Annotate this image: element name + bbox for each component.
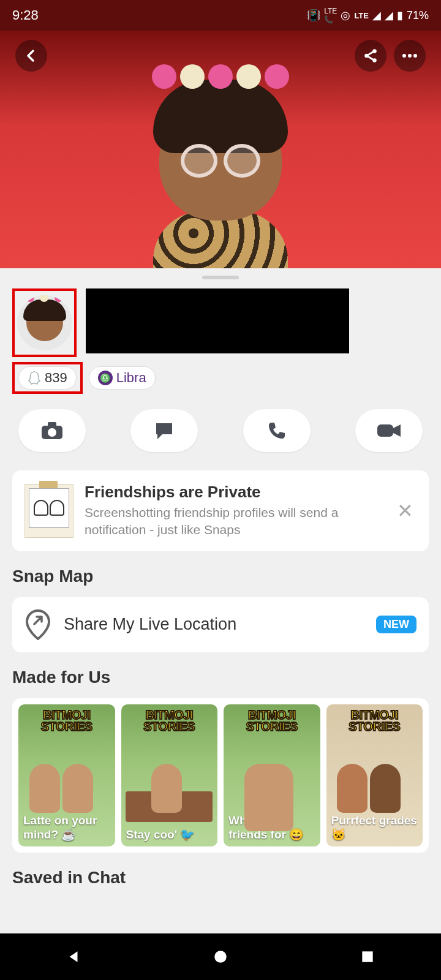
nav-back-icon[interactable] [66,949,81,965]
svg-point-3 [402,54,406,58]
snapscore-highlighted[interactable]: 839 [12,362,83,394]
hotspot-icon: ◎ [341,9,350,22]
bitmoji-stories-logo: BITMOJI STORIES [126,709,213,733]
saved-in-chat-title: Saved in Chat [12,868,429,888]
nav-recent-icon[interactable] [360,949,375,965]
polaroid-icon [24,484,74,538]
share-location-label: Share My Live Location [64,615,364,634]
status-bar: 9:28 📳 LTE📞 ◎ LTE ◢ ◢ ▮ 71% [0,0,441,31]
svg-rect-9 [377,424,393,437]
more-button[interactable] [394,40,426,72]
volte-icon: LTE📞 [324,7,337,24]
share-button[interactable] [355,40,386,72]
snapmap-section-title: Snap Map [12,567,429,586]
signal-icon: ◢ [372,9,381,22]
call-button[interactable] [243,409,311,452]
battery-icon: ▮ [397,9,403,22]
bitmoji-stories-row: BITMOJI STORIES Latte on your mind? ☕ BI… [12,698,429,853]
privacy-title: Friendships are Private [85,483,383,502]
story-item-1[interactable]: BITMOJI STORIES Latte on your mind? ☕ [18,704,115,846]
share-location-card[interactable]: Share My Live Location NEW [12,597,429,652]
svg-rect-7 [48,422,56,427]
privacy-notice-card: Friendships are Private Screenshotting f… [12,470,429,551]
android-nav-bar [0,933,441,980]
libra-icon: ♎ [98,371,113,385]
lte-icon: LTE [354,11,369,20]
zodiac-label: Libra [116,370,146,386]
story-item-3[interactable]: BITMOJI STORIES What are friends for 😄 [224,704,320,846]
svg-point-10 [214,951,227,963]
story-item-2[interactable]: BITMOJI STORIES Stay coo' 🐦 [121,704,218,846]
snapscore-value: 839 [45,370,67,386]
svg-point-8 [48,428,56,437]
svg-point-4 [408,54,412,58]
privacy-subtitle: Screenshotting friendship profiles will … [85,504,383,539]
vibrate-icon: 📳 [307,9,320,22]
username-redacted [86,288,349,353]
svg-rect-11 [362,951,372,962]
video-button[interactable] [355,409,423,452]
signal-icon-2: ◢ [385,9,393,22]
profile-sheet: 839 ♎ Libra Friendships are Private Scre… [0,268,441,933]
bitmoji-avatar-large[interactable] [135,67,306,268]
bitmoji-stories-logo: BITMOJI STORIES [23,709,110,733]
battery-percent: 71% [407,9,429,22]
bitmoji-stories-logo: BITMOJI STORIES [331,709,418,733]
svg-point-5 [413,54,417,58]
ghost-icon [28,371,41,385]
chat-button[interactable] [130,409,198,452]
nav-home-icon[interactable] [213,949,228,965]
camera-button[interactable] [18,409,86,452]
bitmoji-stories-logo: BITMOJI STORIES [228,709,315,733]
back-button[interactable] [15,40,47,72]
story-caption: Stay coo' 🐦 [126,827,213,842]
profile-header [0,31,441,268]
zodiac-badge[interactable]: ♎ Libra [89,366,156,390]
new-badge: NEW [376,616,417,633]
location-pin-icon [24,609,51,640]
status-time: 9:28 [12,7,39,23]
avatar-thumbnail-highlighted[interactable] [12,288,77,357]
status-icons: 📳 LTE📞 ◎ LTE ◢ ◢ ▮ 71% [307,7,429,24]
made-for-us-title: Made for Us [12,668,429,687]
sheet-drag-handle[interactable] [202,276,239,279]
close-icon[interactable]: ✕ [394,499,417,522]
story-item-4[interactable]: BITMOJI STORIES Purrfect grades 🐱 [326,704,423,846]
